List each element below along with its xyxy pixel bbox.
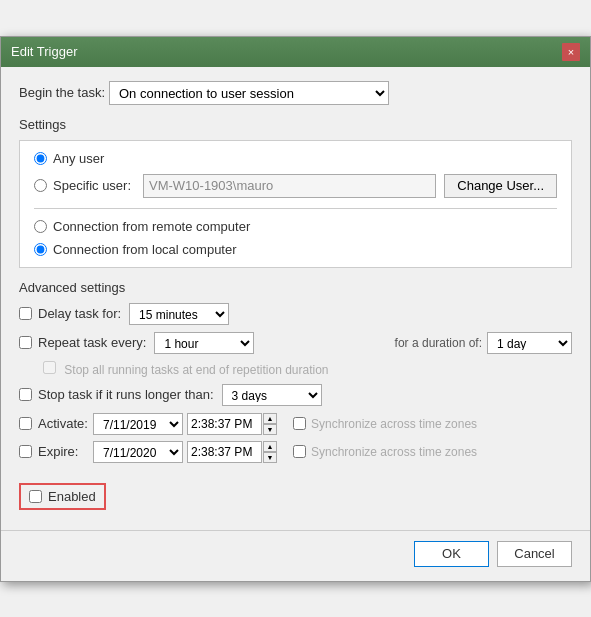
edit-trigger-dialog: Edit Trigger × Begin the task: On connec…	[0, 36, 591, 582]
any-user-label: Any user	[53, 151, 104, 166]
stop-longer-label: Stop task if it runs longer than:	[38, 387, 214, 402]
local-computer-row: Connection from local computer	[34, 242, 557, 257]
begin-task-label: Begin the task:	[19, 85, 109, 100]
delay-task-label: Delay task for:	[38, 306, 121, 321]
specific-user-radio[interactable]	[34, 179, 47, 192]
expire-time-up[interactable]: ▲	[263, 441, 277, 452]
activate-time-up[interactable]: ▲	[263, 413, 277, 424]
expire-date-select[interactable]: 7/11/2020	[93, 441, 183, 463]
expire-checkbox[interactable]	[19, 445, 32, 458]
change-user-button[interactable]: Change User...	[444, 174, 557, 198]
activate-row: Activate: 7/11/2019 ▲ ▼ Synchronize acro…	[19, 413, 572, 435]
delay-task-row: Delay task for: 15 minutes 30 minutes 1 …	[19, 303, 572, 325]
activate-sync-label: Synchronize across time zones	[311, 417, 477, 431]
stop-longer-checkbox[interactable]	[19, 388, 32, 401]
expire-time-spinners: ▲ ▼	[263, 441, 277, 463]
stop-longer-row: Stop task if it runs longer than: 3 days…	[19, 384, 572, 406]
enabled-label: Enabled	[48, 489, 96, 504]
advanced-section-label: Advanced settings	[19, 280, 572, 295]
activate-date-select[interactable]: 7/11/2019	[93, 413, 183, 435]
ok-button[interactable]: OK	[414, 541, 489, 567]
remote-computer-label: Connection from remote computer	[53, 219, 250, 234]
begin-task-row: Begin the task: On connection to user se…	[19, 81, 572, 105]
delay-task-checkbox[interactable]	[19, 307, 32, 320]
any-user-row: Any user	[34, 151, 557, 166]
for-duration-label: for a duration of:	[395, 336, 482, 350]
activate-time-input[interactable]	[187, 413, 262, 435]
advanced-section: Advanced settings Delay task for: 15 min…	[19, 280, 572, 510]
close-button[interactable]: ×	[562, 43, 580, 61]
local-computer-radio[interactable]	[34, 243, 47, 256]
any-user-radio[interactable]	[34, 152, 47, 165]
expire-time-wrap: ▲ ▼	[187, 441, 277, 463]
activate-time-down[interactable]: ▼	[263, 424, 277, 435]
dialog-body: Begin the task: On connection to user se…	[1, 67, 590, 524]
expire-time-down[interactable]: ▼	[263, 452, 277, 463]
enabled-wrapper: Enabled	[19, 473, 572, 510]
expire-label: Expire:	[38, 444, 93, 459]
specific-user-label: Specific user:	[53, 178, 143, 193]
activate-checkbox[interactable]	[19, 417, 32, 430]
activate-sync-checkbox[interactable]	[293, 417, 306, 430]
repeat-task-checkbox[interactable]	[19, 336, 32, 349]
repeat-task-label: Repeat task every:	[38, 335, 146, 350]
for-duration-group: for a duration of: 1 day 30 minutes 1 ho…	[395, 332, 572, 354]
activate-label: Activate:	[38, 416, 93, 431]
title-bar: Edit Trigger ×	[1, 37, 590, 67]
button-row: OK Cancel	[1, 530, 590, 581]
expire-sync-checkbox[interactable]	[293, 445, 306, 458]
activate-time-spinners: ▲ ▼	[263, 413, 277, 435]
activate-sync-wrap: Synchronize across time zones	[293, 417, 477, 431]
activate-time-wrap: ▲ ▼	[187, 413, 277, 435]
settings-section-label: Settings	[19, 117, 572, 132]
stop-longer-select[interactable]: 3 days 1 hour 2 hours 1 day	[222, 384, 322, 406]
delay-task-select[interactable]: 15 minutes 30 minutes 1 hour	[129, 303, 229, 325]
dialog-title: Edit Trigger	[11, 44, 77, 59]
cancel-button[interactable]: Cancel	[497, 541, 572, 567]
begin-task-select[interactable]: On connection to user session On disconn…	[109, 81, 389, 105]
stop-running-checkbox[interactable]	[43, 361, 56, 374]
settings-box: Any user Specific user: Change User... C…	[19, 140, 572, 268]
enabled-row: Enabled	[19, 483, 106, 510]
expire-sync-label: Synchronize across time zones	[311, 445, 477, 459]
repeat-task-row: Repeat task every: 1 hour 30 minutes 2 h…	[19, 332, 572, 354]
for-duration-select[interactable]: 1 day 30 minutes 1 hour Indefinitely	[487, 332, 572, 354]
remote-computer-radio[interactable]	[34, 220, 47, 233]
expire-time-input[interactable]	[187, 441, 262, 463]
remote-computer-row: Connection from remote computer	[34, 219, 557, 234]
stop-running-label: Stop all running tasks at end of repetit…	[43, 361, 572, 377]
enabled-checkbox[interactable]	[29, 490, 42, 503]
local-computer-label: Connection from local computer	[53, 242, 237, 257]
expire-row: Expire: 7/11/2020 ▲ ▼ Synchronize across…	[19, 441, 572, 463]
expire-sync-wrap: Synchronize across time zones	[293, 445, 477, 459]
repeat-task-select[interactable]: 1 hour 30 minutes 2 hours	[154, 332, 254, 354]
specific-user-input[interactable]	[143, 174, 436, 198]
specific-user-row: Specific user: Change User...	[34, 174, 557, 198]
